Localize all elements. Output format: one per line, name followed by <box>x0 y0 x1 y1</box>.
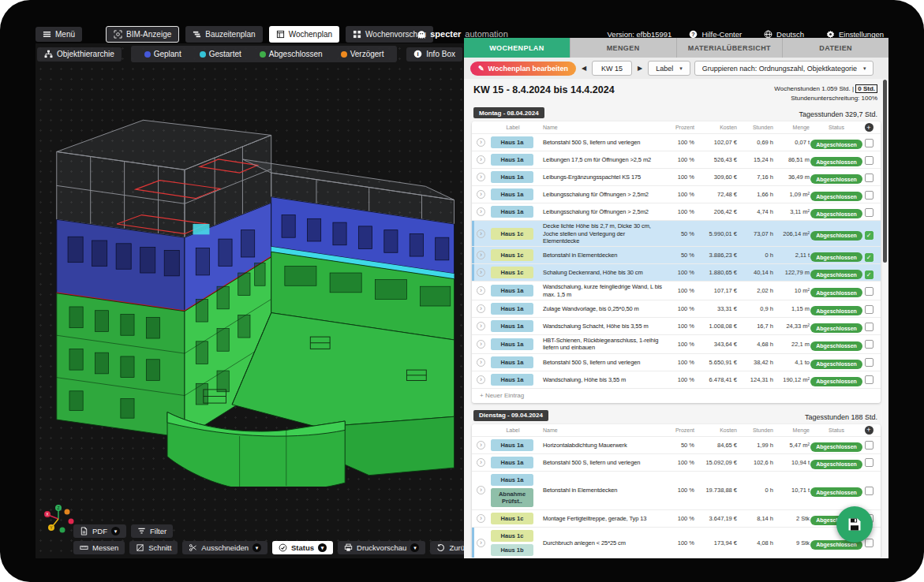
task-row[interactable]: › Haus 1c Decke lichte Höhe bis 2,7 m, D… <box>472 220 881 246</box>
edit-wochenplan-button[interactable]: ✎ Wochenplan bearbeiten <box>470 62 576 76</box>
expand-row-icon[interactable]: › <box>477 340 485 349</box>
row-checkbox[interactable]: ✓ <box>865 253 873 262</box>
tab-wochenplan[interactable]: WOCHENPLAN <box>464 38 570 58</box>
nav-bauzeitenplan[interactable]: Bauzeitenplan <box>185 26 262 43</box>
task-row[interactable]: › Haus 1a Wandschalung, Höhe bis 3,55 m … <box>472 371 881 388</box>
row-checkbox[interactable] <box>865 139 873 147</box>
add-task-button[interactable]: + <box>865 123 873 132</box>
task-label-chip: Haus 1c <box>491 513 533 524</box>
object-hierarchy-button[interactable]: Objekthierarchie <box>37 47 122 62</box>
row-checkbox[interactable]: ✓ <box>865 270 873 279</box>
save-button[interactable] <box>836 506 873 543</box>
add-task-button[interactable]: + <box>865 426 873 435</box>
week-next-button[interactable]: ▶ <box>636 65 644 72</box>
tool-options-icon[interactable]: ▾ <box>111 527 120 535</box>
new-entry-button[interactable]: + Neuer Eintrag <box>472 388 881 403</box>
tool-filter[interactable]: Filter <box>131 524 173 538</box>
tab-mengen[interactable]: MENGEN <box>570 38 677 58</box>
expand-row-icon[interactable]: › <box>477 286 485 295</box>
expand-row-icon[interactable]: › <box>477 138 485 147</box>
expand-row-icon[interactable]: › <box>477 375 485 384</box>
tool-messen[interactable]: Messen <box>73 541 125 554</box>
task-row[interactable]: › Haus 1a Leibungs-Ergänzungsspachtel KS… <box>472 168 881 185</box>
row-checkbox[interactable] <box>865 487 873 495</box>
task-row[interactable]: › Haus 1a Horizontalabdichtung Mauerwerk… <box>472 436 881 453</box>
tool-options-icon[interactable]: ▾ <box>253 543 261 552</box>
task-row[interactable]: › Haus 1a Wandschalung Schacht, Höhe bis… <box>472 317 881 334</box>
expand-row-icon[interactable]: › <box>477 322 485 330</box>
expand-row-icon[interactable]: › <box>477 458 485 467</box>
task-row[interactable]: › Haus 1a Betonstahl 500 S, liefern und … <box>472 133 881 151</box>
tool-options-icon[interactable]: ▾ <box>318 543 327 552</box>
row-checkbox[interactable] <box>865 375 873 384</box>
building-3d-model[interactable] <box>36 76 464 487</box>
task-row[interactable]: › Haus 1a Leibungsschalung für Öffnungen… <box>472 185 881 203</box>
row-checkbox[interactable] <box>865 173 873 182</box>
tool-druckvorschau[interactable]: Druckvorschau▾ <box>338 541 425 554</box>
tool-schnitt[interactable]: Schnitt <box>129 541 178 554</box>
tool-ausschneiden[interactable]: Ausschneiden▾ <box>182 541 267 554</box>
legend-gestartet[interactable]: Gestartet <box>195 49 246 59</box>
row-checkbox[interactable] <box>865 323 873 331</box>
task-row[interactable]: › Haus 1c Schalung Deckenrand, Höhe bis … <box>472 263 881 281</box>
tool-options-icon[interactable]: ▾ <box>410 543 419 552</box>
task-row[interactable]: › Haus 1c Betonstahl in Elementdecken 50… <box>472 246 881 263</box>
nav-bim-anzeige[interactable]: BIM-Anzeige <box>106 26 179 43</box>
task-row[interactable]: › Haus 1a Leibungsschalung für Öffnungen… <box>472 203 881 220</box>
row-checkbox[interactable] <box>865 287 873 296</box>
row-checkbox[interactable]: ✓ <box>865 231 873 240</box>
row-checkbox[interactable] <box>865 441 873 450</box>
tool-pdf[interactable]: PDF▾ <box>73 524 126 538</box>
tab-materialübersicht[interactable]: MATERIALÜBERSICHT <box>677 38 784 58</box>
tool-zurcksetzen[interactable]: Zurücksetzen <box>430 541 464 554</box>
expand-row-icon[interactable]: › <box>477 539 485 547</box>
task-quantity: 10,71 t <box>776 487 813 494</box>
label-filter-select[interactable]: Label ▾ <box>648 61 690 76</box>
menu-button[interactable]: Menü <box>36 27 82 42</box>
row-checkbox[interactable] <box>865 358 873 367</box>
task-row[interactable]: › Haus 1a Betonstahl 500 S, liefern und … <box>472 353 881 371</box>
task-label-chip: Haus 1a <box>491 356 533 368</box>
tool-status[interactable]: Status▾ <box>272 541 333 554</box>
task-row[interactable]: › Haus 1a HBT-Schienen, Rückbiegeanschlu… <box>472 334 881 353</box>
week-title: KW 15 - 8.4.2024 bis 14.4.2024 <box>473 84 615 95</box>
expand-row-icon[interactable]: › <box>477 358 485 367</box>
expand-row-icon[interactable]: › <box>477 173 485 181</box>
task-row[interactable]: › Haus 1a Leibungen 17,5 cm für Öffnunge… <box>472 151 881 168</box>
row-checkbox[interactable] <box>865 305 873 314</box>
task-row[interactable]: › Haus 1c Montage Fertigteiltreppe, gera… <box>472 509 881 527</box>
expand-row-icon[interactable]: › <box>477 304 485 313</box>
expand-row-icon[interactable]: › <box>477 268 485 277</box>
row-checkbox[interactable] <box>865 539 873 547</box>
expand-row-icon[interactable]: › <box>477 486 485 494</box>
row-checkbox[interactable] <box>865 191 873 200</box>
bim-viewer[interactable]: Objekthierarchie GeplantGestartetAbgesch… <box>36 43 464 558</box>
info-box-button[interactable]: i Info Box <box>406 47 462 62</box>
task-cost: 3.647,19 € <box>698 515 740 522</box>
expand-row-icon[interactable]: › <box>477 207 485 216</box>
row-checkbox[interactable] <box>865 156 873 165</box>
expand-row-icon[interactable]: › <box>477 251 485 259</box>
expand-row-icon[interactable]: › <box>477 441 485 450</box>
week-prev-button[interactable]: ◀ <box>580 65 588 72</box>
expand-row-icon[interactable]: › <box>477 190 485 199</box>
task-row[interactable]: › Haus 1a Betonstahl 500 S, liefern und … <box>472 453 881 471</box>
task-row[interactable]: › Haus 1cHaus 1b Durchbruch anlegen < 25… <box>472 527 881 558</box>
printer-icon <box>344 543 353 552</box>
task-row[interactable]: › Haus 1aAbnahme Prüfst.. Betonstahl in … <box>472 471 881 509</box>
legend-verzögert[interactable]: Verzögert <box>336 49 389 59</box>
expand-row-icon[interactable]: › <box>477 155 485 164</box>
row-checkbox[interactable] <box>865 340 873 349</box>
legend-geplant[interactable]: Geplant <box>140 49 186 59</box>
expand-row-icon[interactable]: › <box>477 514 485 523</box>
grouping-select[interactable]: Gruppieren nach: Ordnungszahl, Objektkat… <box>694 61 874 76</box>
nav-wochenplan[interactable]: Wochenplan <box>269 26 339 43</box>
task-row[interactable]: › Haus 1a Wandschalung, kurze feingliedr… <box>472 281 881 300</box>
row-checkbox[interactable] <box>865 458 873 467</box>
expand-row-icon[interactable]: › <box>477 229 485 238</box>
tab-dateien[interactable]: DATEIEN <box>783 38 888 58</box>
legend-abgeschlossen[interactable]: Abgeschlossen <box>255 49 327 59</box>
scrollbar[interactable] <box>883 80 887 263</box>
row-checkbox[interactable] <box>865 208 873 217</box>
task-row[interactable]: › Haus 1a Zulage Wandvorlage, bis 0,25*0… <box>472 300 881 317</box>
